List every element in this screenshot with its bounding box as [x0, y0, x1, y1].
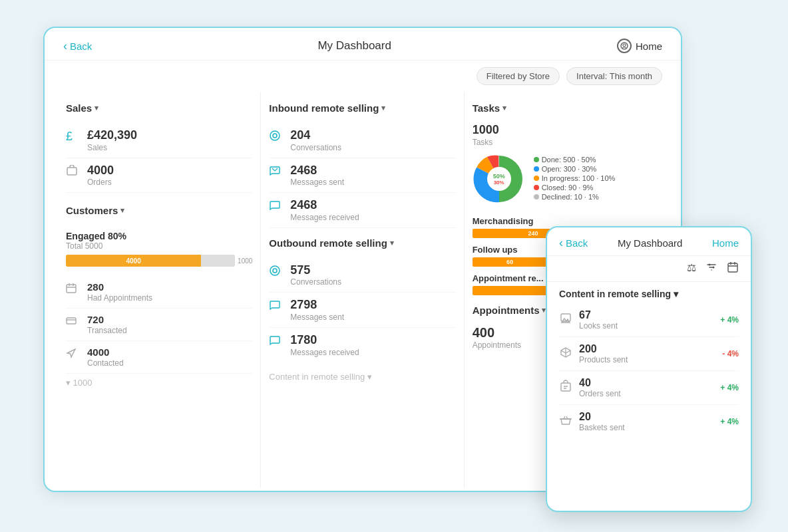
mobile-section-chevron-icon: ▾	[674, 289, 678, 299]
progress-end-label: 1000	[238, 257, 252, 265]
middle-section: Inbound remote selling ▾ 204 Conversatio…	[261, 92, 464, 488]
inbound-msgrecv-value: 2468	[290, 198, 359, 213]
tasks-chevron-icon: ▾	[502, 104, 506, 112]
interval-filter-chip[interactable]: Interval: This month	[566, 67, 662, 85]
outbound-msgsent-icon	[269, 299, 284, 315]
inbound-msgrecv-label: Messages received	[290, 213, 359, 222]
svg-rect-3	[67, 285, 76, 293]
orders-sent-label: Orders sent	[579, 389, 621, 398]
content-chevron-icon: ▾	[367, 372, 372, 382]
sales-label: Sales	[87, 143, 137, 152]
main-title: My Dashboard	[317, 39, 391, 53]
baskets-sent-icon	[559, 414, 572, 430]
main-header: ‹ Back My Dashboard Home	[45, 28, 681, 61]
store-filter-chip[interactable]: Filtered by Store	[477, 67, 560, 85]
inbound-conv-value: 204	[290, 128, 341, 143]
send-icon	[66, 348, 81, 362]
sales-section-title: Sales ▾	[66, 102, 252, 114]
outbound-conv-label: Conversations	[290, 277, 341, 287]
mobile-content-list: 67 Looks sent + 4% 200 Products sent	[547, 303, 751, 438]
outbound-conversations: 575 Conversations	[269, 258, 455, 293]
orders-stat: 4000 Orders	[66, 158, 252, 194]
looks-sent-value: 67	[579, 309, 618, 321]
mobile-icons-row: ⚖	[547, 256, 751, 282]
inbound-conv-label: Conversations	[290, 143, 341, 152]
mobile-orders-sent-row: 40 Orders sent + 4%	[559, 371, 739, 405]
appointments-customer-stat: 280 Had Appointments	[66, 276, 252, 309]
inbound-messages-sent: 2468 Messages sent	[269, 158, 455, 194]
total-label: Total 5000	[66, 241, 252, 251]
svg-rect-4	[67, 318, 76, 324]
merchandising-title: Merchandising	[473, 216, 660, 226]
back-button[interactable]: ‹ Back	[63, 40, 92, 52]
card-icon	[66, 315, 81, 329]
mobile-looks-sent-row: 67 Looks sent + 4%	[559, 303, 739, 337]
mobile-products-sent-row: 200 Products sent - 4%	[559, 337, 739, 371]
orders-sent-icon	[559, 380, 572, 396]
outbound-msgrecv-label: Messages received	[290, 348, 359, 357]
calendar-icon[interactable]	[727, 261, 739, 276]
tasks-chart: 50% 30% Done: 500 · 50% Open: 300 · 30% …	[473, 152, 660, 205]
orders-label: Orders	[87, 178, 114, 187]
mobile-dashboard-panel: ‹ Back My Dashboard Home ⚖ Content in re…	[546, 226, 752, 512]
looks-sent-icon	[559, 312, 572, 329]
home-button[interactable]: Home	[617, 39, 662, 53]
orders-icon	[66, 165, 81, 180]
outbound-chevron-icon: ▾	[390, 239, 394, 247]
progress-remainder	[201, 255, 235, 267]
svg-point-5	[270, 131, 280, 140]
svg-point-6	[273, 134, 277, 138]
content-remote-title: Content in remote selling	[269, 372, 365, 382]
outbound-msgrecv-value: 1780	[290, 333, 359, 348]
svg-point-8	[273, 269, 277, 273]
contacted-label: Contacted	[87, 358, 124, 368]
mobile-home-button[interactable]: Home	[712, 237, 739, 249]
customers-section-title: Customers ▾	[66, 205, 252, 216]
outbound-section-title: Outbound remote selling ▾	[269, 237, 455, 249]
products-sent-label: Products sent	[579, 355, 628, 364]
inbound-msgsent-label: Messages sent	[290, 178, 344, 187]
sales-value: £420,390	[87, 128, 137, 143]
outbound-messages-received: 1780 Messages received	[269, 328, 455, 362]
products-sent-icon	[559, 346, 572, 362]
tasks-section-title: Tasks ▾	[473, 102, 660, 114]
outbound-msgsent-value: 2798	[290, 298, 344, 313]
msg-sent-icon	[269, 165, 284, 180]
baskets-sent-value: 20	[579, 411, 625, 423]
pie-center-label: 50% 30%	[493, 172, 505, 185]
outbound-msgrecv-icon	[269, 334, 284, 350]
orders-sent-value: 40	[579, 377, 621, 389]
filter-sliders-icon[interactable]	[705, 261, 717, 276]
outbound-msgsent-label: Messages sent	[290, 313, 344, 322]
mobile-back-button[interactable]: ‹ Back	[559, 237, 588, 249]
left-section: Sales ▾ £ £420,390 Sales 4000	[58, 92, 261, 488]
contacted-value: 4000	[87, 346, 124, 358]
more-indicator: ▾ 1000	[66, 374, 252, 392]
mobile-header: ‹ Back My Dashboard Home	[547, 227, 751, 256]
baskets-sent-badge: + 4%	[720, 417, 739, 426]
progress-bar: 4000	[66, 255, 235, 267]
tasks-value: 1000	[473, 123, 660, 138]
engaged-row: Engaged 80% Total 5000 4000 1000	[66, 225, 252, 276]
inbound-chevron-icon: ▾	[381, 104, 385, 112]
home-label: Home	[636, 41, 662, 52]
orders-sent-badge: + 4%	[720, 383, 739, 392]
outbound-messages-sent: 2798 Messages sent	[269, 293, 455, 328]
inbound-msgsent-value: 2468	[290, 164, 344, 178]
home-icon	[617, 39, 632, 53]
svg-rect-14	[561, 383, 570, 391]
svg-point-1	[623, 44, 626, 47]
products-sent-value: 200	[579, 343, 628, 355]
engaged-label: Engaged 80%	[66, 231, 252, 241]
had-appointments-value: 280	[87, 281, 152, 293]
back-chevron-icon: ‹	[63, 40, 67, 52]
mobile-back-chevron-icon: ‹	[559, 237, 563, 249]
msg-recv-icon	[269, 200, 284, 215]
balance-icon[interactable]: ⚖	[687, 261, 696, 276]
svg-point-10	[709, 264, 711, 266]
progress-fill: 4000	[66, 255, 201, 267]
mobile-title: My Dashboard	[618, 237, 683, 249]
transacted-label: Transacted	[87, 326, 127, 335]
products-sent-badge: - 4%	[722, 349, 739, 358]
baskets-sent-label: Baskets sent	[579, 423, 625, 432]
